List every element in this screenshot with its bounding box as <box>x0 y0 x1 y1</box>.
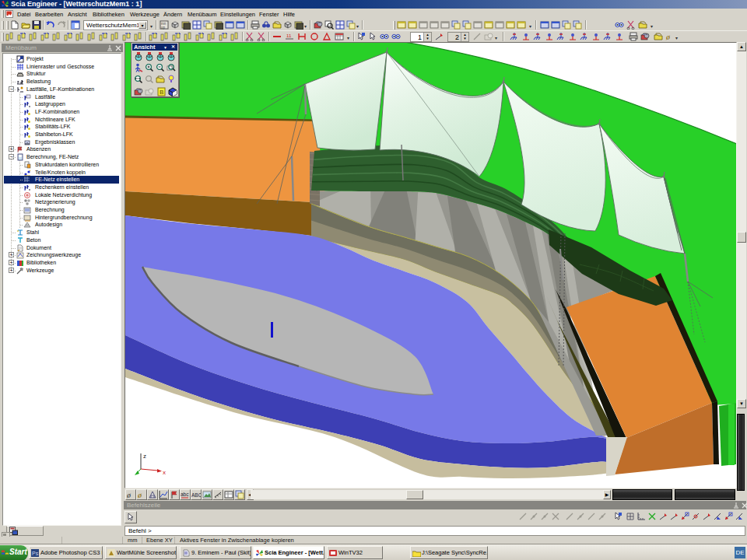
svg-text:Ps: Ps <box>32 551 39 556</box>
svg-text:ø: ø <box>665 33 671 41</box>
svg-text:B: B <box>160 89 163 96</box>
svg-text:z: z <box>143 453 146 460</box>
svg-text:x: x <box>163 469 166 476</box>
svg-text:ø: ø <box>126 491 132 499</box>
svg-text:11: 11 <box>286 33 292 38</box>
svg-text:op: op <box>161 26 166 30</box>
svg-text:abc: abc <box>181 492 189 497</box>
svg-text:ø: ø <box>137 491 142 499</box>
svg-text:ABC: ABC <box>191 492 201 498</box>
